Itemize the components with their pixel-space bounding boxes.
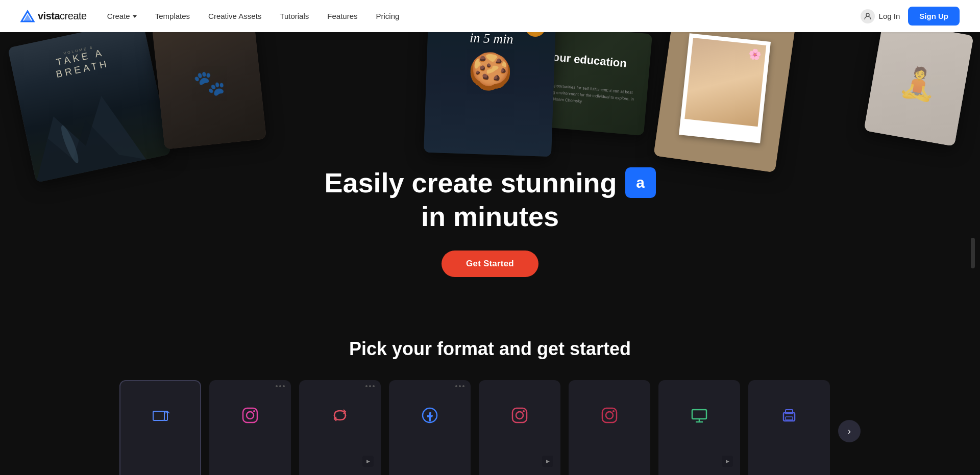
template-card-3: Almond Cookies in 5 min 🍪 [424,32,556,157]
hero-section: VOLUME 6 TAKE A BREATH 🐾 [0,32,980,308]
template-card-1: VOLUME 6 TAKE A BREATH [8,32,171,183]
svg-point-11 [247,412,254,419]
format-card-facebook-post[interactable] [389,380,471,475]
svg-rect-17 [602,408,617,422]
svg-rect-20 [692,410,706,419]
format-card-custom-size[interactable] [119,380,201,475]
loop-icon [327,403,353,428]
svg-point-12 [253,410,255,412]
hero-headline: Easily create stunning a [324,167,655,198]
card-dots [276,385,285,387]
svg-rect-10 [243,408,257,422]
nav-pricing[interactable]: Pricing [376,12,399,20]
scroll-indicator [971,238,975,268]
format-card-instagram-post-2[interactable] [569,380,650,475]
logo[interactable]: vistacreate [20,9,87,23]
svg-point-15 [516,412,523,419]
presentation-icon [687,403,712,428]
template-card-4: Elevate your education with us Education… [486,32,652,136]
template-card-2: 🐾 [152,32,266,149]
instagram-icon-3 [597,403,622,428]
signup-button[interactable]: Sign Up [908,7,960,26]
svg-rect-25 [786,417,793,420]
svg-rect-6 [153,411,164,420]
main-nav: Create Templates Creative Assets Tutoria… [107,12,400,21]
facebook-icon [417,403,443,428]
instagram-icon [237,403,263,428]
format-section: Pick your format and get started [0,308,980,475]
svg-point-19 [612,410,615,412]
format-title: Pick your format and get started [0,338,980,360]
hero-cta: Get Started [324,251,655,277]
svg-marker-4 [26,110,146,183]
nav-tutorials[interactable]: Tutorials [280,12,309,20]
play-icon-3: ▶ [722,456,733,467]
logo-text: vistacreate [38,10,87,22]
svg-point-16 [523,410,525,412]
typing-indicator: a [625,167,656,198]
create-menu-button[interactable]: Create [107,12,137,20]
svg-point-5 [58,124,81,165]
svg-rect-14 [512,408,527,422]
template-card-5: 🌸 [653,32,796,172]
svg-point-18 [606,412,613,419]
format-card-instagram-story-2[interactable]: ▶ [479,380,560,475]
navbar: vistacreate Create Templates Creative As… [0,0,980,32]
hero-text: Easily create stunning a in minutes Get … [324,167,655,277]
card-dots [365,385,375,387]
hero-headline-line2: in minutes [324,201,655,232]
navbar-right: Log In Sign Up [861,7,960,26]
resize-icon [148,404,173,429]
nav-creative-assets[interactable]: Creative Assets [208,12,261,20]
carousel-next-button[interactable]: › [838,420,861,442]
format-card-print[interactable] [748,380,830,475]
chevron-down-icon [133,15,137,18]
svg-point-2 [866,13,869,16]
nav-templates[interactable]: Templates [155,12,190,20]
logo-icon [20,9,35,23]
svg-marker-3 [21,89,146,183]
print-icon [776,403,802,428]
play-icon-2: ▶ [542,456,553,467]
template-card-6: 🧘 [864,32,973,146]
login-button[interactable]: Log In [861,9,900,23]
instagram-icon-2 [507,403,532,428]
nav-features[interactable]: Features [327,12,357,20]
navbar-left: vistacreate Create Templates Creative As… [20,9,399,23]
format-card-instagram-post[interactable] [209,380,291,475]
user-icon [861,9,875,23]
get-started-button[interactable]: Get Started [442,251,538,277]
format-card-presentation[interactable]: ▶ [658,380,740,475]
card-dots [455,385,464,387]
format-row: ▶ ▶ [0,380,980,475]
format-card-instagram-story[interactable]: ▶ [299,380,381,475]
play-icon: ▶ [362,456,374,467]
